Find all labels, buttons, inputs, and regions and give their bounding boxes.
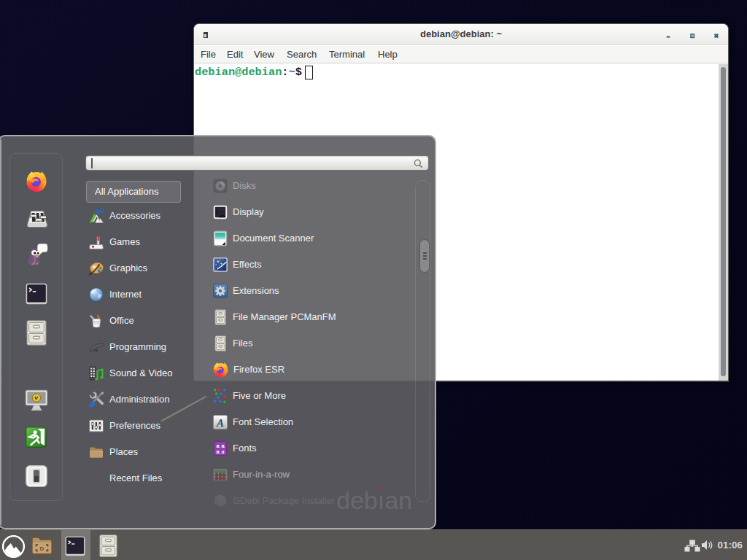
svg-text:D: D [40,545,44,552]
svg-text:a: a [222,448,225,455]
svg-text:A: A [216,416,224,428]
